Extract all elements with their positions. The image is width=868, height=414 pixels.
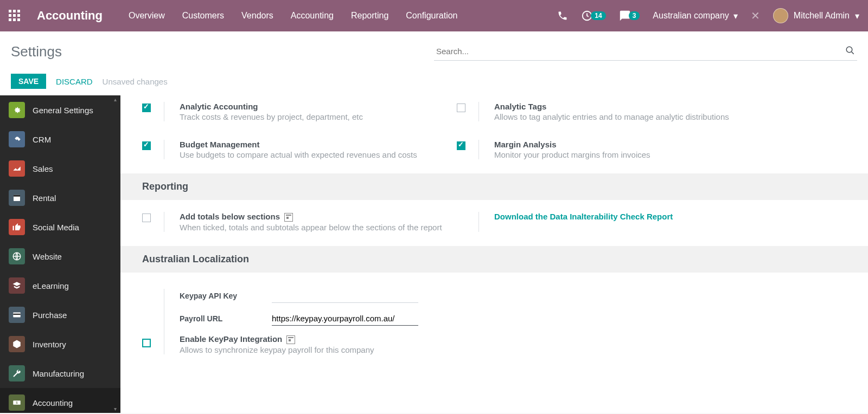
- setting-label: Enable KeyPay Integration: [180, 334, 559, 344]
- globe-icon: [9, 248, 25, 264]
- sidebar-item-social-media[interactable]: Social Media: [0, 212, 120, 242]
- sidebar-item-label: eLearning: [33, 281, 69, 290]
- sidebar-item-label: Sales: [33, 164, 53, 173]
- nav-overview[interactable]: Overview: [129, 11, 165, 21]
- nav-customers[interactable]: Customers: [182, 11, 224, 21]
- sidebar-item-sales[interactable]: Sales: [0, 154, 120, 183]
- api-key-label: Keypay API Key: [180, 292, 261, 300]
- avatar: [773, 8, 788, 23]
- setting-desc: Track costs & revenues by project, depar…: [180, 112, 363, 121]
- activities-badge: 14: [591, 11, 605, 20]
- sidebar-item-label: General Settings: [33, 106, 93, 115]
- save-button[interactable]: SAVE: [11, 74, 46, 89]
- card-icon: [9, 307, 25, 323]
- scroll-down-icon[interactable]: ▾: [114, 406, 119, 412]
- thumb-icon: [9, 219, 25, 235]
- setting-label: Budget Management: [180, 140, 417, 149]
- section-reporting: Reporting: [120, 173, 868, 200]
- checkbox-totals-below[interactable]: [142, 214, 151, 222]
- checkbox-budget-management[interactable]: [142, 141, 151, 150]
- handshake-icon: [9, 131, 25, 147]
- sidebar-item-general-settings[interactable]: General Settings: [0, 95, 120, 125]
- sidebar-item-label: Rental: [33, 193, 56, 203]
- svg-point-1: [846, 47, 852, 53]
- page-title: Settings: [11, 43, 62, 60]
- gear-icon: [9, 102, 25, 118]
- payroll-url-input[interactable]: [272, 312, 418, 326]
- sidebar-item-rental[interactable]: Rental: [0, 183, 120, 212]
- chevron-down-icon: ▾: [855, 11, 859, 21]
- unsaved-label: Unsaved changes: [103, 77, 168, 86]
- money-icon: $: [9, 394, 25, 411]
- sidebar-item-label: Website: [33, 252, 62, 261]
- activities-icon[interactable]: 14: [581, 10, 605, 22]
- sidebar-item-manufacturing[interactable]: Manufacturing: [0, 359, 120, 388]
- building-icon: [284, 213, 293, 222]
- nav-accounting[interactable]: Accounting: [291, 11, 334, 21]
- settings-sidebar[interactable]: ▴ ▾ General SettingsCRMSalesRentalSocial…: [0, 95, 120, 413]
- checkbox-keypay-enable[interactable]: [142, 339, 151, 347]
- setting-label: Analytic Accounting: [180, 102, 363, 111]
- svg-rect-6: [13, 314, 21, 315]
- apps-icon[interactable]: [9, 10, 21, 22]
- company-selector[interactable]: Australian company ▾: [653, 11, 738, 21]
- nav-vendors[interactable]: Vendors: [241, 11, 273, 21]
- user-menu[interactable]: Mitchell Admin ▾: [773, 8, 859, 23]
- sidebar-item-accounting[interactable]: $Accounting: [0, 388, 120, 413]
- top-nav: Overview Customers Vendors Accounting Re…: [129, 11, 457, 21]
- setting-label: Analytic Tags: [494, 102, 729, 111]
- sidebar-item-crm[interactable]: CRM: [0, 125, 120, 154]
- sidebar-item-label: Purchase: [33, 310, 67, 320]
- sidebar-item-website[interactable]: Website: [0, 242, 120, 271]
- sidebar-item-label: Manufacturing: [33, 369, 84, 378]
- sidebar-item-label: Accounting: [33, 398, 73, 407]
- setting-desc: Allows to synchronize keypay payroll for…: [180, 345, 559, 354]
- discard-button[interactable]: DISCARD: [56, 77, 93, 86]
- chevron-down-icon: ▾: [733, 11, 738, 21]
- download-report-link[interactable]: Download the Data Inalterability Check R…: [494, 212, 673, 221]
- sidebar-item-label: Inventory: [33, 340, 66, 349]
- checkbox-analytic-tags[interactable]: [457, 104, 465, 112]
- checkbox-margin-analysis[interactable]: [457, 141, 465, 150]
- setting-label: Add totals below sections: [180, 212, 442, 222]
- nav-reporting[interactable]: Reporting: [351, 11, 388, 21]
- sidebar-item-label: Social Media: [33, 223, 79, 232]
- sidebar-item-inventory[interactable]: Inventory: [0, 329, 120, 359]
- scroll-up-icon[interactable]: ▴: [114, 96, 119, 102]
- chart-icon: [9, 160, 25, 177]
- sidebar-item-purchase[interactable]: Purchase: [0, 300, 120, 329]
- calendar-icon: [9, 190, 25, 206]
- search-input[interactable]: [434, 42, 857, 61]
- sidebar-item-elearning[interactable]: eLearning: [0, 271, 120, 300]
- setting-desc: Use budgets to compare actual with expec…: [180, 150, 417, 159]
- box-icon: [9, 336, 25, 352]
- sidebar-item-label: CRM: [33, 135, 51, 144]
- brand-title[interactable]: Accounting: [37, 9, 103, 23]
- messages-badge: 3: [629, 11, 640, 20]
- debug-icon[interactable]: ✕: [751, 9, 760, 22]
- setting-desc: Allows to tag analytic entries and to ma…: [494, 112, 729, 121]
- settings-main[interactable]: Analytic Accounting Track costs & revenu…: [120, 95, 868, 413]
- setting-label: Margin Analysis: [494, 140, 650, 149]
- building-icon: [286, 335, 295, 344]
- nav-configuration[interactable]: Configuration: [406, 11, 457, 21]
- search-icon[interactable]: [845, 46, 855, 55]
- cap-icon: [9, 277, 25, 294]
- section-au-localization: Australian Localization: [120, 246, 868, 273]
- wrench-icon: [9, 365, 25, 381]
- phone-icon[interactable]: [557, 10, 568, 21]
- setting-desc: When ticked, totals and subtotals appear…: [180, 223, 442, 232]
- messages-icon[interactable]: 3: [619, 10, 640, 22]
- svg-rect-3: [14, 195, 20, 197]
- payroll-url-label: Payroll URL: [180, 314, 261, 323]
- setting-desc: Monitor your product margins from invoic…: [494, 150, 650, 159]
- checkbox-analytic-accounting[interactable]: [142, 104, 151, 112]
- api-key-input[interactable]: [272, 289, 418, 303]
